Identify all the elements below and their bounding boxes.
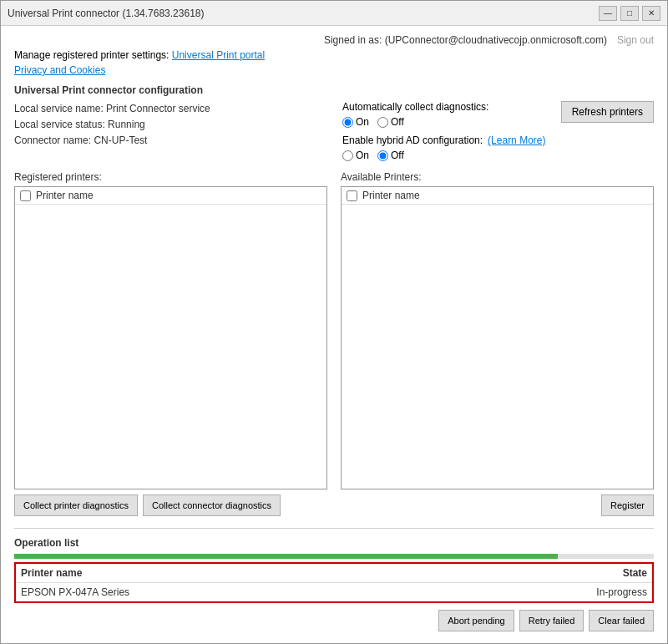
sign-out-link[interactable]: Sign out <box>617 34 654 46</box>
local-service-status: Local service status: Running <box>14 117 326 133</box>
hybrid-on-option[interactable]: On <box>342 150 369 161</box>
manage-label: Manage registered printer settings: <box>14 49 169 61</box>
signed-in-label: Signed in as: (UPConnector@cloudnativeco… <box>324 34 607 46</box>
registered-printers-list: Printer name <box>14 186 327 489</box>
privacy-cookies-link[interactable]: Privacy and Cookies <box>14 64 654 76</box>
diagnostics-on-option[interactable]: On <box>342 116 369 128</box>
hybrid-label: Enable hybrid AD configuration: <box>342 134 483 146</box>
diagnostics-off-label: Off <box>391 116 404 128</box>
collect-connector-diagnostics-button[interactable]: Collect connector diagnostics <box>143 494 281 516</box>
universal-print-portal-link[interactable]: Universal Print portal <box>172 49 265 61</box>
table-row: EPSON PX-047A Series In-progress <box>16 583 652 601</box>
register-button[interactable]: Register <box>601 494 654 516</box>
window-title: Universal Print connector (1.34.7683.236… <box>8 8 204 19</box>
op-col-name-header: Printer name <box>21 567 547 579</box>
operation-progress-fill <box>14 554 558 559</box>
collect-printer-diagnostics-button[interactable]: Collect printer diagnostics <box>14 494 138 516</box>
available-printers-list: Printer name <box>341 186 654 489</box>
operation-progress-bar <box>14 554 654 559</box>
hybrid-on-label: On <box>356 150 369 161</box>
hybrid-off-label: Off <box>391 150 404 161</box>
connector-name: Connector name: CN-UP-Test <box>14 133 326 149</box>
diagnostics-off-radio[interactable] <box>377 117 388 128</box>
op-col-state-header: State <box>547 567 647 579</box>
close-button[interactable]: ✕ <box>642 6 660 21</box>
diagnostics-on-label: On <box>356 116 369 128</box>
registered-column-label: Printer name <box>36 190 94 201</box>
diagnostics-label: Automatically collect diagnostics: <box>342 101 488 113</box>
clear-failed-button[interactable]: Clear failed <box>589 610 654 631</box>
hybrid-learn-more-link[interactable]: (Learn More) <box>488 134 545 146</box>
maximize-button[interactable]: □ <box>620 6 639 21</box>
diagnostics-off-option[interactable]: Off <box>377 116 404 128</box>
hybrid-off-option[interactable]: Off <box>377 150 404 161</box>
registered-printers-title: Registered printers: <box>14 171 327 183</box>
bottom-buttons-area: Abort pending Retry failed Clear failed <box>14 603 654 635</box>
available-column-label: Printer name <box>362 190 420 201</box>
available-printers-title: Available Printers: <box>341 171 654 183</box>
config-section-title: Universal Print connector configuration <box>14 84 654 96</box>
abort-pending-button[interactable]: Abort pending <box>438 610 514 631</box>
op-printer-state: In-progress <box>547 586 647 598</box>
refresh-printers-button[interactable]: Refresh printers <box>561 101 654 123</box>
retry-failed-button[interactable]: Retry failed <box>519 610 584 631</box>
registered-select-all-checkbox[interactable] <box>20 190 31 201</box>
diagnostics-on-radio[interactable] <box>342 117 353 128</box>
local-service-name: Local service name: Print Connector serv… <box>14 101 326 117</box>
operation-table: Printer name State EPSON PX-047A Series … <box>14 562 654 603</box>
available-select-all-checkbox[interactable] <box>347 190 357 201</box>
hybrid-off-radio[interactable] <box>377 150 388 161</box>
hybrid-on-radio[interactable] <box>342 150 353 161</box>
minimize-button[interactable]: — <box>599 6 617 21</box>
operation-list-title: Operation list <box>14 537 654 549</box>
op-printer-name: EPSON PX-047A Series <box>21 586 547 598</box>
